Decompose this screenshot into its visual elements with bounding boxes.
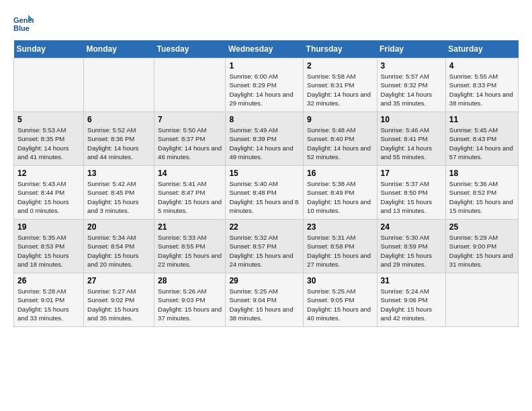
day-number: 3 xyxy=(381,61,442,71)
day-info: Sunrise: 5:35 AM Sunset: 8:53 PM Dayligh… xyxy=(17,233,80,269)
calendar-cell xyxy=(154,58,226,112)
day-number: 9 xyxy=(307,115,373,124)
day-number: 31 xyxy=(381,276,442,285)
weekday-header-tuesday: Tuesday xyxy=(154,40,226,58)
day-info: Sunrise: 5:25 AM Sunset: 9:05 PM Dayligh… xyxy=(307,287,373,322)
week-row-5: 26Sunrise: 5:28 AM Sunset: 9:01 PM Dayli… xyxy=(14,273,519,327)
day-number: 10 xyxy=(381,115,442,124)
day-info: Sunrise: 5:40 AM Sunset: 8:48 PM Dayligh… xyxy=(229,179,300,215)
calendar-cell: 4Sunrise: 5:55 AM Sunset: 8:33 PM Daylig… xyxy=(445,58,518,112)
day-number: 18 xyxy=(449,169,515,178)
week-row-4: 19Sunrise: 5:35 AM Sunset: 8:53 PM Dayli… xyxy=(14,220,519,273)
day-info: Sunrise: 6:00 AM Sunset: 8:29 PM Dayligh… xyxy=(229,72,300,107)
day-info: Sunrise: 5:32 AM Sunset: 8:57 PM Dayligh… xyxy=(229,233,300,269)
day-number: 4 xyxy=(449,61,515,71)
day-info: Sunrise: 5:48 AM Sunset: 8:40 PM Dayligh… xyxy=(307,126,373,161)
day-number: 16 xyxy=(307,169,373,178)
day-number: 12 xyxy=(17,169,80,178)
weekday-header-sunday: Sunday xyxy=(14,40,84,58)
weekday-header-monday: Monday xyxy=(84,40,154,58)
calendar-cell: 22Sunrise: 5:32 AM Sunset: 8:57 PM Dayli… xyxy=(226,220,304,273)
day-number: 5 xyxy=(17,115,80,124)
day-info: Sunrise: 5:28 AM Sunset: 9:01 PM Dayligh… xyxy=(17,287,80,322)
day-number: 1 xyxy=(229,61,300,71)
day-number: 25 xyxy=(449,222,515,232)
day-number: 19 xyxy=(17,222,80,232)
day-info: Sunrise: 5:24 AM Sunset: 9:06 PM Dayligh… xyxy=(381,287,442,322)
day-number: 14 xyxy=(158,169,222,178)
day-info: Sunrise: 5:46 AM Sunset: 8:41 PM Dayligh… xyxy=(381,126,442,161)
day-number: 17 xyxy=(381,169,442,178)
calendar-cell: 19Sunrise: 5:35 AM Sunset: 8:53 PM Dayli… xyxy=(14,220,84,273)
calendar-cell: 16Sunrise: 5:38 AM Sunset: 8:49 PM Dayli… xyxy=(304,166,377,220)
day-info: Sunrise: 5:26 AM Sunset: 9:03 PM Dayligh… xyxy=(158,287,222,322)
svg-text:Blue: Blue xyxy=(13,24,30,32)
day-info: Sunrise: 5:49 AM Sunset: 8:39 PM Dayligh… xyxy=(229,126,300,161)
day-info: Sunrise: 5:29 AM Sunset: 9:00 PM Dayligh… xyxy=(449,233,515,269)
calendar-cell: 11Sunrise: 5:45 AM Sunset: 8:43 PM Dayli… xyxy=(445,112,518,166)
calendar-cell: 7Sunrise: 5:50 AM Sunset: 8:37 PM Daylig… xyxy=(154,112,226,166)
day-number: 28 xyxy=(158,276,222,285)
calendar-cell: 15Sunrise: 5:40 AM Sunset: 8:48 PM Dayli… xyxy=(226,166,304,220)
calendar-cell: 3Sunrise: 5:57 AM Sunset: 8:32 PM Daylig… xyxy=(377,58,445,112)
calendar-cell: 24Sunrise: 5:30 AM Sunset: 8:59 PM Dayli… xyxy=(377,220,445,273)
day-info: Sunrise: 5:53 AM Sunset: 8:35 PM Dayligh… xyxy=(17,126,80,161)
calendar-cell: 27Sunrise: 5:27 AM Sunset: 9:02 PM Dayli… xyxy=(84,273,154,327)
day-number: 27 xyxy=(87,276,150,285)
day-info: Sunrise: 5:55 AM Sunset: 8:33 PM Dayligh… xyxy=(449,72,515,107)
day-info: Sunrise: 5:50 AM Sunset: 8:37 PM Dayligh… xyxy=(158,126,222,161)
calendar-cell: 14Sunrise: 5:41 AM Sunset: 8:47 PM Dayli… xyxy=(154,166,226,220)
day-info: Sunrise: 5:34 AM Sunset: 8:54 PM Dayligh… xyxy=(87,233,150,269)
calendar-cell: 9Sunrise: 5:48 AM Sunset: 8:40 PM Daylig… xyxy=(304,112,377,166)
day-number: 21 xyxy=(158,222,222,232)
week-row-1: 1Sunrise: 6:00 AM Sunset: 8:29 PM Daylig… xyxy=(14,58,519,112)
day-info: Sunrise: 5:25 AM Sunset: 9:04 PM Dayligh… xyxy=(229,287,300,322)
day-info: Sunrise: 5:58 AM Sunset: 8:31 PM Dayligh… xyxy=(307,72,373,107)
day-info: Sunrise: 5:36 AM Sunset: 8:52 PM Dayligh… xyxy=(449,179,515,215)
day-number: 30 xyxy=(307,276,373,285)
day-info: Sunrise: 5:42 AM Sunset: 8:45 PM Dayligh… xyxy=(87,179,150,215)
calendar-cell: 6Sunrise: 5:52 AM Sunset: 8:36 PM Daylig… xyxy=(84,112,154,166)
calendar-cell: 21Sunrise: 5:33 AM Sunset: 8:55 PM Dayli… xyxy=(154,220,226,273)
day-info: Sunrise: 5:27 AM Sunset: 9:02 PM Dayligh… xyxy=(87,287,150,322)
day-info: Sunrise: 5:31 AM Sunset: 8:58 PM Dayligh… xyxy=(307,233,373,269)
calendar-cell: 31Sunrise: 5:24 AM Sunset: 9:06 PM Dayli… xyxy=(377,273,445,327)
calendar-cell: 23Sunrise: 5:31 AM Sunset: 8:58 PM Dayli… xyxy=(304,220,377,273)
calendar-cell: 30Sunrise: 5:25 AM Sunset: 9:05 PM Dayli… xyxy=(304,273,377,327)
day-number: 8 xyxy=(229,115,300,124)
day-number: 24 xyxy=(381,222,442,232)
calendar-cell: 29Sunrise: 5:25 AM Sunset: 9:04 PM Dayli… xyxy=(226,273,304,327)
day-info: Sunrise: 5:37 AM Sunset: 8:50 PM Dayligh… xyxy=(381,179,442,215)
calendar-cell: 8Sunrise: 5:49 AM Sunset: 8:39 PM Daylig… xyxy=(226,112,304,166)
day-number: 26 xyxy=(17,276,80,285)
weekday-header-thursday: Thursday xyxy=(304,40,377,58)
week-row-2: 5Sunrise: 5:53 AM Sunset: 8:35 PM Daylig… xyxy=(14,112,519,166)
calendar-cell: 13Sunrise: 5:42 AM Sunset: 8:45 PM Dayli… xyxy=(84,166,154,220)
calendar-cell: 25Sunrise: 5:29 AM Sunset: 9:00 PM Dayli… xyxy=(445,220,518,273)
day-info: Sunrise: 5:43 AM Sunset: 8:44 PM Dayligh… xyxy=(17,179,80,215)
calendar-cell xyxy=(445,273,518,327)
calendar-cell: 18Sunrise: 5:36 AM Sunset: 8:52 PM Dayli… xyxy=(445,166,518,220)
day-number: 7 xyxy=(158,115,222,124)
day-number: 23 xyxy=(307,222,373,232)
weekday-header-row: SundayMondayTuesdayWednesdayThursdayFrid… xyxy=(14,40,519,58)
day-number: 2 xyxy=(307,61,373,71)
week-row-3: 12Sunrise: 5:43 AM Sunset: 8:44 PM Dayli… xyxy=(14,166,519,220)
day-number: 15 xyxy=(229,169,300,178)
calendar-cell: 17Sunrise: 5:37 AM Sunset: 8:50 PM Dayli… xyxy=(377,166,445,220)
calendar-cell: 28Sunrise: 5:26 AM Sunset: 9:03 PM Dayli… xyxy=(154,273,226,327)
calendar-cell: 10Sunrise: 5:46 AM Sunset: 8:41 PM Dayli… xyxy=(377,112,445,166)
day-number: 22 xyxy=(229,222,300,232)
logo-icon: General Blue xyxy=(13,13,34,34)
calendar-cell: 20Sunrise: 5:34 AM Sunset: 8:54 PM Dayli… xyxy=(84,220,154,273)
weekday-header-saturday: Saturday xyxy=(445,40,518,58)
day-info: Sunrise: 5:41 AM Sunset: 8:47 PM Dayligh… xyxy=(158,179,222,215)
day-number: 29 xyxy=(229,276,300,285)
day-info: Sunrise: 5:38 AM Sunset: 8:49 PM Dayligh… xyxy=(307,179,373,215)
day-info: Sunrise: 5:33 AM Sunset: 8:55 PM Dayligh… xyxy=(158,233,222,269)
day-info: Sunrise: 5:57 AM Sunset: 8:32 PM Dayligh… xyxy=(381,72,442,107)
calendar-cell: 26Sunrise: 5:28 AM Sunset: 9:01 PM Dayli… xyxy=(14,273,84,327)
calendar-cell: 1Sunrise: 6:00 AM Sunset: 8:29 PM Daylig… xyxy=(226,58,304,112)
day-info: Sunrise: 5:45 AM Sunset: 8:43 PM Dayligh… xyxy=(449,126,515,161)
day-number: 6 xyxy=(87,115,150,124)
